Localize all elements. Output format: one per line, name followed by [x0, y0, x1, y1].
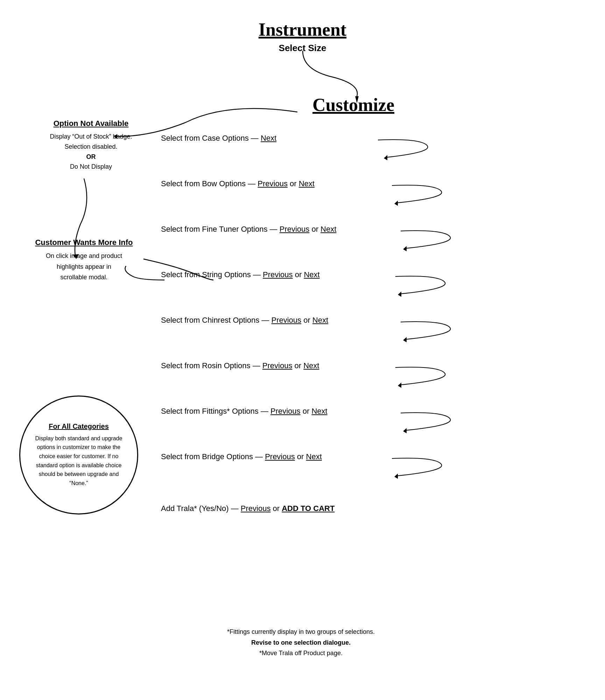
step-6-text: Select from Rosin Options — [161, 361, 262, 370]
add-to-cart-button[interactable]: ADD TO CART [282, 504, 335, 513]
step-8-previous-link[interactable]: Previous [265, 452, 295, 461]
step-6-or: or [292, 361, 303, 370]
step-7-or: or [301, 407, 312, 415]
step-8-or: or [295, 452, 306, 461]
step-1-next-link[interactable]: Next [261, 134, 276, 142]
customer-info-line1: On click image and product [46, 252, 122, 259]
step-3-next-link[interactable]: Next [321, 225, 336, 233]
step-8-next-link[interactable]: Next [306, 452, 322, 461]
step-chinrest-options: Select from Chinrest Options — Previous … [161, 315, 328, 326]
step-6-previous-link[interactable]: Previous [262, 361, 293, 370]
footnote-revise: Revise to one selection dialogue. [161, 637, 441, 648]
step-bow-options: Select from Bow Options — Previous or Ne… [161, 178, 315, 189]
step-5-previous-link[interactable]: Previous [271, 316, 301, 324]
option-not-available-body: Display “Out of Stock” badge. Selection … [35, 132, 147, 172]
customize-title: Customize [287, 94, 420, 115]
customer-info-heading: Customer Wants More Info [21, 238, 147, 247]
step-trala: Add Trala* (Yes/No) — Previous or ADD TO… [161, 504, 335, 513]
step-bridge-options: Select from Bridge Options — Previous or… [161, 451, 322, 462]
step-case-options: Select from Case Options — Next [161, 133, 276, 144]
customer-info-body: On click image and product highlights ap… [21, 251, 147, 283]
step-4-next-link[interactable]: Next [304, 270, 319, 279]
step-rosin-options: Select from Rosin Options — Previous or … [161, 360, 319, 371]
footnote-trala: *Move Trala off Product page. [161, 648, 441, 659]
step-fine-tuner-options: Select from Fine Tuner Options — Previou… [161, 224, 336, 235]
customer-info-line3: scrollable modal. [60, 274, 107, 281]
svg-marker-9 [394, 474, 398, 479]
step-7-previous-link[interactable]: Previous [270, 407, 301, 415]
svg-marker-8 [403, 428, 407, 433]
step-5-text: Select from Chinrest Options — [161, 316, 271, 324]
step-2-or: or [288, 179, 299, 188]
step-2-text: Select from Bow Options — [161, 179, 258, 188]
customer-info-line2: highlights appear in [57, 263, 111, 270]
svg-marker-7 [398, 383, 401, 388]
step-4-or: or [293, 270, 304, 279]
for-all-categories-section: For All Categories Display both standard… [19, 396, 138, 514]
step-trala-text: Add Trala* (Yes/No) — [161, 504, 241, 513]
step-7-next-link[interactable]: Next [311, 407, 327, 415]
svg-marker-4 [403, 246, 407, 251]
svg-marker-6 [403, 337, 407, 342]
step-3-previous-link[interactable]: Previous [280, 225, 310, 233]
option-not-available-section: Option Not Available Display “Out of Sto… [35, 119, 147, 172]
step-2-previous-link[interactable]: Previous [258, 179, 288, 188]
step-trala-previous-link[interactable]: Previous [241, 504, 271, 513]
step-fittings-options: Select from Fittings* Options — Previous… [161, 406, 328, 417]
do-not-display-text: Do Not Display [70, 163, 112, 170]
page-title: Instrument [0, 0, 605, 40]
step-5-next-link[interactable]: Next [312, 316, 328, 324]
or-text: OR [86, 153, 96, 160]
step-8-text: Select from Bridge Options — [161, 452, 265, 461]
customer-info-section: Customer Wants More Info On click image … [21, 238, 147, 283]
step-3-text: Select from Fine Tuner Options — [161, 225, 280, 233]
step-trala-or: or [270, 504, 282, 513]
out-of-stock-text: Display “Out of Stock” badge. [50, 133, 132, 140]
option-not-available-heading: Option Not Available [35, 119, 147, 128]
for-all-body: Display both standard and upgrade option… [31, 434, 127, 488]
step-2-next-link[interactable]: Next [299, 179, 315, 188]
step-6-next-link[interactable]: Next [303, 361, 319, 370]
step-7-text: Select from Fittings* Options — [161, 407, 270, 415]
svg-marker-5 [398, 292, 401, 297]
step-3-or: or [309, 225, 321, 233]
select-size-label: Select Size [0, 43, 605, 54]
step-5-or: or [301, 316, 312, 324]
footnote-fittings: *Fittings currently display in two group… [161, 626, 441, 637]
page: Instrument Select Size [0, 0, 605, 700]
selection-disabled-text: Selection disabled. [64, 143, 117, 150]
step-string-options: Select from String Options — Previous or… [161, 270, 320, 280]
svg-marker-3 [394, 201, 398, 206]
step-4-text: Select from String Options — [161, 270, 263, 279]
step-1-text: Select from Case Options — [161, 134, 261, 142]
for-all-heading: For All Categories [49, 422, 109, 430]
footnotes-section: *Fittings currently display in two group… [161, 626, 441, 659]
step-4-previous-link[interactable]: Previous [263, 270, 293, 279]
svg-marker-2 [384, 155, 387, 160]
